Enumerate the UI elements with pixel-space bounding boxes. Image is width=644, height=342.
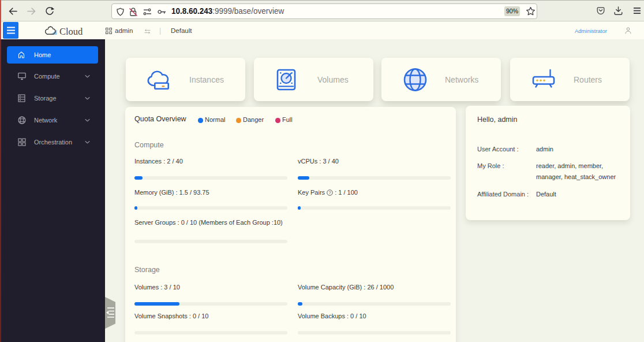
- svg-text:?: ?: [329, 190, 331, 195]
